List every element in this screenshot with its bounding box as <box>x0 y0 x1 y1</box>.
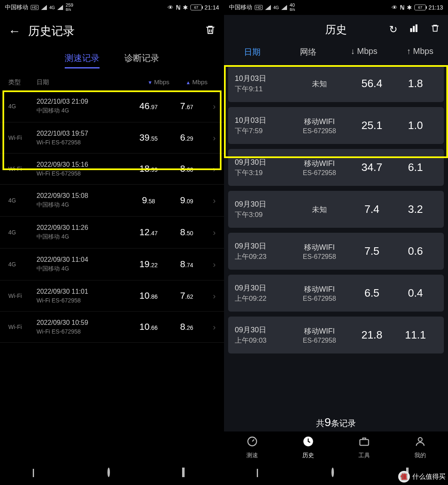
trash-icon[interactable] <box>205 24 216 39</box>
network-cell: 移动WIFIES-672958 <box>289 117 350 135</box>
download-speed: 25.1 <box>350 119 394 132</box>
signal-icon <box>41 5 47 10</box>
nav-tool[interactable]: 工具 <box>336 436 392 459</box>
network-line2: ES-672958 <box>289 253 350 261</box>
carrier-label: 中国移动 <box>5 4 28 11</box>
date-label: 2022/09/30 10:59 <box>37 319 129 327</box>
table-row[interactable]: 10月03日下午7:59移动WIFIES-67295825.11.0 <box>228 107 444 144</box>
network-speed: 40B/s <box>290 3 295 12</box>
signal-icon-2 <box>57 5 63 10</box>
nav-home-icon[interactable] <box>331 469 341 478</box>
network-cell: 未知 <box>289 79 350 89</box>
date-label: 2022/09/30 11:01 <box>37 288 129 295</box>
upload-speed: 3.2 <box>394 203 437 216</box>
date-line1: 09月30日 <box>235 325 289 335</box>
date-label: 2022/09/30 11:04 <box>37 256 129 263</box>
table-row[interactable]: 09月30日上午09:22移动WIFIES-6729586.50.4 <box>228 275 444 312</box>
chart-icon[interactable] <box>409 24 419 35</box>
nav-home-icon[interactable] <box>107 469 117 478</box>
network-line1: 移动WIFI <box>289 158 350 168</box>
date-line2: 下午9:11 <box>235 84 289 94</box>
refresh-icon[interactable]: ↻ <box>389 24 397 35</box>
nav-recent-icon[interactable] <box>182 469 191 478</box>
upload-speed: 8.60 <box>168 163 206 174</box>
table-row[interactable]: 10月03日下午9:11未知56.41.8 <box>228 65 444 102</box>
signal-icon-2 <box>281 5 287 10</box>
signal-icon <box>265 5 271 10</box>
tab-upload[interactable]: ↑ Mbps <box>392 46 448 58</box>
col-download[interactable]: ▼Mbps <box>139 78 178 86</box>
table-row[interactable]: 09月30日上午09:23移动WIFIES-6729587.50.6 <box>228 233 444 270</box>
network-line1: 移动WIFI <box>289 242 350 252</box>
table-row[interactable]: 4G2022/09/30 11:26中国移动 4G12.478.50› <box>0 217 224 249</box>
tab-bar: 测速记录 诊断记录 <box>0 45 224 75</box>
table-row[interactable]: 4G2022/09/30 15:08中国移动 4G9.589.09› <box>0 185 224 217</box>
tab-download[interactable]: ↓ Mbps <box>336 46 392 58</box>
tab-date[interactable]: 日期 <box>224 46 280 58</box>
network-cell: 移动WIFIES-672958 <box>289 326 350 344</box>
svg-point-6 <box>418 438 422 441</box>
gauge-icon <box>246 436 258 450</box>
nav-back-icon[interactable] <box>33 469 42 478</box>
nav-speed[interactable]: 测速 <box>224 436 280 459</box>
row-info: 2022/09/30 11:01Wi-Fi ES-672958 <box>37 288 129 304</box>
chevron-right-icon: › <box>206 291 216 301</box>
date-line2: 上午09:23 <box>235 252 289 261</box>
trash-icon[interactable] <box>431 23 440 36</box>
date-label: 2022/10/03 21:09 <box>37 98 129 105</box>
col-upload[interactable]: ▲Mbps <box>178 78 216 86</box>
clock-label: 21:14 <box>205 4 219 11</box>
upload-speed: 11.1 <box>394 329 437 341</box>
upload-speed: 8.74 <box>168 259 206 270</box>
date-line2: 下午3:19 <box>235 168 289 178</box>
tab-speed-records[interactable]: 测速记录 <box>65 52 100 68</box>
clock-icon <box>302 436 314 450</box>
nav-back-icon[interactable] <box>257 469 266 478</box>
date-line2: 下午3:09 <box>235 210 289 219</box>
date-label: 2022/10/03 19:57 <box>37 130 129 137</box>
eye-icon: 👁 <box>392 4 397 11</box>
bluetooth-icon: ✱ <box>183 4 188 11</box>
records-summary: 共9条记录 <box>224 412 448 431</box>
download-speed: 12.47 <box>129 227 168 238</box>
nav-history[interactable]: 历史 <box>280 436 336 459</box>
watermark: 值 什么值得买 <box>398 471 446 483</box>
table-row[interactable]: 4G2022/09/30 11:04中国移动 4G19.228.74› <box>0 249 224 280</box>
row-info: 2022/09/30 10:59Wi-Fi ES-672958 <box>37 319 129 335</box>
network-label: 中国移动 4G <box>37 265 129 273</box>
network-cell: 移动WIFIES-672958 <box>289 284 350 302</box>
back-icon[interactable]: ← <box>8 25 21 37</box>
row-info: 2022/09/30 15:08中国移动 4G <box>37 192 129 209</box>
table-row[interactable]: Wi-Fi2022/09/30 10:59Wi-Fi ES-67295810.6… <box>0 312 224 343</box>
download-speed: 19.22 <box>129 259 168 270</box>
download-speed: 7.4 <box>350 203 394 216</box>
system-nav-bar <box>0 462 224 485</box>
network-label: 中国移动 4G <box>37 107 129 115</box>
tab-diag-records[interactable]: 诊断记录 <box>124 52 159 68</box>
date-label: 2022/09/30 15:16 <box>37 161 129 168</box>
table-row[interactable]: 09月30日下午3:19移动WIFIES-67295834.76.1 <box>228 149 444 186</box>
download-speed: 10.86 <box>129 290 168 301</box>
svg-rect-1 <box>413 26 415 32</box>
table-row[interactable]: 09月30日上午09:03移动WIFIES-67295821.811.1 <box>228 317 444 353</box>
person-icon <box>414 436 426 450</box>
briefcase-icon <box>358 436 370 450</box>
download-speed: 9.58 <box>129 195 168 206</box>
tab-network[interactable]: 网络 <box>280 46 336 58</box>
table-row[interactable]: Wi-Fi2022/09/30 15:16Wi-Fi ES-67295818.9… <box>0 154 224 185</box>
network-line1: 移动WIFI <box>289 284 350 294</box>
table-row[interactable]: 4G2022/10/03 21:09中国移动 4G46.977.67› <box>0 90 224 122</box>
network-label: Wi-Fi ES-672958 <box>37 170 129 177</box>
download-speed: 34.7 <box>350 161 394 174</box>
table-row[interactable]: Wi-Fi2022/09/30 11:01Wi-Fi ES-67295810.8… <box>0 280 224 312</box>
download-speed: 18.99 <box>129 163 168 174</box>
col-date: 日期 <box>37 78 139 86</box>
download-speed: 7.5 <box>350 245 394 258</box>
table-row[interactable]: Wi-Fi2022/10/03 19:57Wi-Fi ES-67295839.5… <box>0 122 224 154</box>
battery-icon: 67 <box>414 5 426 10</box>
bottom-nav: 测速 历史 工具 我的 <box>224 431 448 462</box>
type-label: Wi-Fi <box>8 324 37 330</box>
network-cell: 未知 <box>289 205 350 214</box>
table-row[interactable]: 09月30日下午3:09未知7.43.2 <box>228 191 444 228</box>
nav-mine[interactable]: 我的 <box>392 436 448 459</box>
